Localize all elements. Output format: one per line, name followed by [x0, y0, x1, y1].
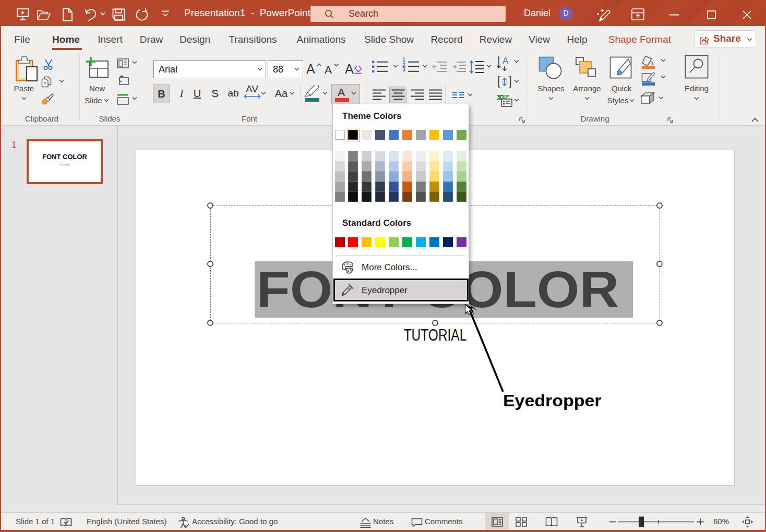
svg-text:A: A — [502, 56, 509, 66]
